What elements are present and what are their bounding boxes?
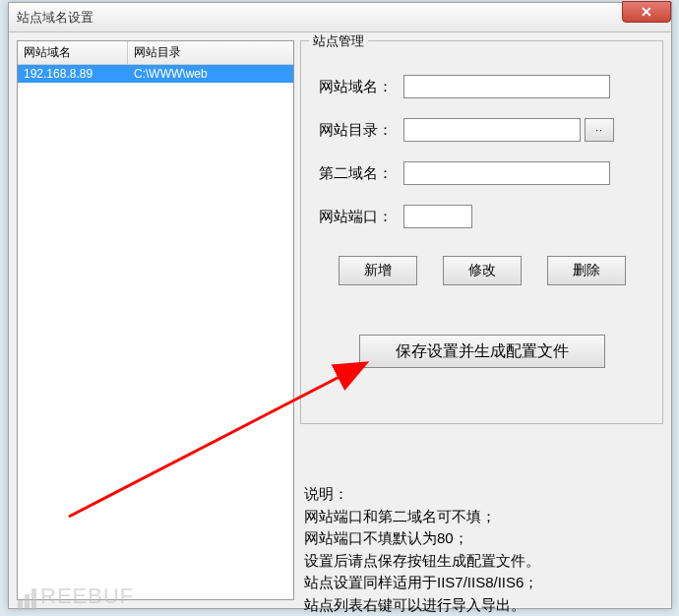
desc-line: 网站端口不填默认为80； <box>304 527 663 550</box>
right-panel: 站点管理 网站域名： 网站目录： ·· 第二域名： 网站端口： <box>300 40 663 600</box>
save-button[interactable]: 保存设置并生成配置文件 <box>359 335 605 368</box>
titlebar: 站点域名设置 ✕ <box>9 3 671 32</box>
label-dir: 网站目录： <box>315 121 403 140</box>
desc-title: 说明： <box>304 483 663 506</box>
label-domain: 网站域名： <box>315 78 403 96</box>
cell-dir: C:\WWW\web <box>128 65 293 83</box>
desc-line: 站点列表右键可以进行导入导出。 <box>304 594 663 617</box>
group-title: 站点管理 <box>309 32 368 50</box>
content-area: 网站域名 网站目录 192.168.8.89 C:\WWW\web 站点管理 网… <box>9 32 671 608</box>
cell-domain: 192.168.8.89 <box>18 65 128 83</box>
second-domain-input[interactable] <box>403 161 610 185</box>
table-body: 192.168.8.89 C:\WWW\web <box>18 65 293 599</box>
label-port: 网站端口： <box>315 208 403 226</box>
site-table[interactable]: 网站域名 网站目录 192.168.8.89 C:\WWW\web <box>17 40 294 600</box>
dialog-window: 站点域名设置 ✕ 网站域名 网站目录 192.168.8.89 C:\WWW\w… <box>8 2 672 609</box>
desc-line: 设置后请点保存按钮生成配置文件。 <box>304 550 663 573</box>
col-domain[interactable]: 网站域名 <box>18 41 128 64</box>
close-icon: ✕ <box>641 4 652 20</box>
site-group: 站点管理 网站域名： 网站目录： ·· 第二域名： 网站端口： <box>300 40 663 424</box>
domain-input[interactable] <box>403 75 610 98</box>
dir-input[interactable] <box>403 118 581 142</box>
desc-line: 网站端口和第二域名可不填； <box>304 506 663 528</box>
browse-button[interactable]: ·· <box>585 118 614 142</box>
delete-button[interactable]: 删除 <box>547 256 626 285</box>
window-title: 站点域名设置 <box>17 9 93 27</box>
table-header: 网站域名 网站目录 <box>18 41 293 65</box>
table-row[interactable]: 192.168.8.89 C:\WWW\web <box>18 65 293 83</box>
desc-line: 站点设置同样适用于IIS7/IIS8/IIS6； <box>304 572 663 594</box>
port-input[interactable] <box>403 205 472 228</box>
close-button[interactable]: ✕ <box>622 1 671 23</box>
add-button[interactable]: 新增 <box>339 256 417 285</box>
edit-button[interactable]: 修改 <box>443 256 522 285</box>
col-dir[interactable]: 网站目录 <box>128 41 293 64</box>
description: 说明： 网站端口和第二域名可不填； 网站端口不填默认为80； 设置后请点保存按钮… <box>300 483 663 616</box>
label-second: 第二域名： <box>315 164 403 183</box>
